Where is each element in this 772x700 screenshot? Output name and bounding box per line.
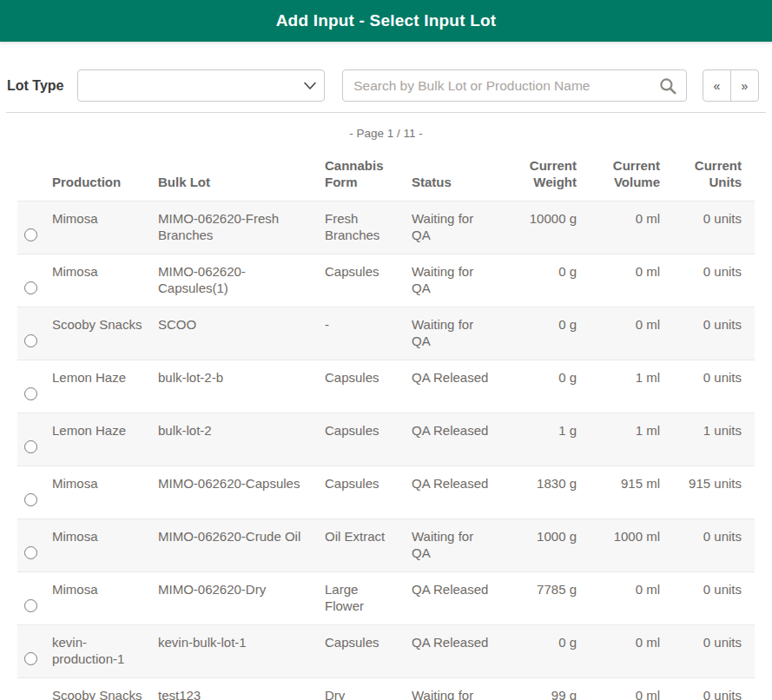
cell-bulk-lot: kevin-bulk-lot-1 bbox=[158, 625, 325, 678]
column-header-current-volume: Current Volume bbox=[590, 150, 673, 201]
table-row[interactable]: Mimosa MIMO-062620-Fresh Branches Fresh … bbox=[17, 201, 755, 254]
cell-bulk-lot: MIMO-062620-Crude Oil bbox=[158, 519, 325, 572]
cell-bulk-lot: MIMO-062620-Capsules bbox=[158, 466, 325, 519]
cell-bulk-lot: MIMO-062620-Capsules(1) bbox=[158, 254, 325, 307]
column-header-production: Production bbox=[52, 150, 158, 201]
table-row[interactable]: Scooby Snacks SCOO - Waiting for QA 0 g … bbox=[17, 307, 755, 360]
next-page-button[interactable]: » bbox=[730, 69, 759, 102]
cell-current-units: 915 units bbox=[673, 466, 755, 519]
cell-current-units: 0 units bbox=[673, 307, 755, 360]
cell-current-weight: 1000 g bbox=[507, 519, 590, 572]
lot-radio[interactable] bbox=[24, 599, 37, 612]
table-header-row: Production Bulk Lot Cannabis Form Status… bbox=[17, 150, 755, 201]
cell-cannabis-form: Capsules bbox=[325, 625, 412, 678]
lot-radio[interactable] bbox=[24, 440, 37, 453]
lot-radio-cell bbox=[17, 360, 52, 413]
cell-status: QA Released bbox=[412, 466, 507, 519]
modal-header: Add Input - Select Input Lot bbox=[0, 0, 772, 42]
cell-cannabis-form: Oil Extract bbox=[325, 519, 412, 572]
table-row[interactable]: Mimosa MIMO-062620-Crude Oil Oil Extract… bbox=[17, 519, 755, 572]
table-row[interactable]: Lemon Haze bulk-lot-2-b Capsules QA Rele… bbox=[17, 360, 755, 413]
lot-radio[interactable] bbox=[24, 334, 37, 347]
cell-current-units: 0 units bbox=[673, 201, 755, 254]
lot-radio[interactable] bbox=[24, 387, 37, 400]
cell-production: Lemon Haze bbox=[52, 413, 158, 466]
cell-current-weight: 1 g bbox=[507, 413, 590, 466]
lot-radio[interactable] bbox=[24, 281, 37, 294]
lot-type-label: Lot Type bbox=[7, 78, 63, 94]
search-input[interactable] bbox=[342, 69, 687, 102]
lot-radio-cell bbox=[17, 413, 52, 466]
cell-status: Waiting for QA bbox=[412, 201, 507, 254]
column-header-status: Status bbox=[412, 150, 507, 201]
lot-table-wrap: Production Bulk Lot Cannabis Form Status… bbox=[17, 150, 755, 700]
table-row[interactable]: Scooby Snacks test123 Dry Branches Waiti… bbox=[17, 678, 755, 700]
lot-type-select[interactable] bbox=[77, 69, 325, 102]
cell-current-weight: 0 g bbox=[507, 254, 590, 307]
cell-current-weight: 0 g bbox=[507, 307, 590, 360]
cell-current-volume: 0 ml bbox=[590, 572, 673, 625]
cell-production: Mimosa bbox=[52, 254, 158, 307]
cell-production: Mimosa bbox=[52, 519, 158, 572]
cell-current-volume: 1 ml bbox=[590, 360, 673, 413]
cell-status: QA Released bbox=[412, 625, 507, 678]
cell-bulk-lot: bulk-lot-2 bbox=[158, 413, 325, 466]
table-row[interactable]: Mimosa MIMO-062620-Dry Large Flower QA R… bbox=[17, 572, 755, 625]
lot-table-body: Mimosa MIMO-062620-Fresh Branches Fresh … bbox=[17, 201, 755, 700]
cell-production: Mimosa bbox=[52, 201, 158, 254]
toolbar: Lot Type « » bbox=[0, 69, 772, 102]
cell-current-units: 1 units bbox=[673, 413, 755, 466]
lot-radio[interactable] bbox=[24, 228, 37, 241]
search-icon bbox=[659, 77, 676, 95]
cell-production: Lemon Haze bbox=[52, 360, 158, 413]
lot-radio[interactable] bbox=[24, 652, 37, 665]
cell-current-volume: 915 ml bbox=[590, 466, 673, 519]
cell-production: Mimosa bbox=[52, 572, 158, 625]
cell-current-units: 0 units bbox=[673, 572, 755, 625]
cell-current-volume: 0 ml bbox=[590, 625, 673, 678]
cell-current-units: 0 units bbox=[673, 254, 755, 307]
lot-table: Production Bulk Lot Cannabis Form Status… bbox=[17, 150, 755, 700]
cell-cannabis-form: Capsules bbox=[325, 360, 412, 413]
lot-type-select-wrap bbox=[77, 69, 325, 102]
cell-current-units: 0 units bbox=[673, 519, 755, 572]
table-row[interactable]: Mimosa MIMO-062620-Capsules Capsules QA … bbox=[17, 466, 755, 519]
cell-current-units: 0 units bbox=[673, 360, 755, 413]
cell-current-weight: 1830 g bbox=[507, 466, 590, 519]
toolbar-divider bbox=[6, 112, 766, 113]
cell-current-weight: 99 g bbox=[507, 678, 590, 700]
cell-cannabis-form: Dry Branches bbox=[325, 678, 412, 700]
column-header-current-units: Current Units bbox=[673, 150, 755, 201]
page-indicator: - Page 1 / 11 - bbox=[0, 127, 772, 140]
column-header-select bbox=[17, 150, 52, 201]
cell-status: Waiting for QA bbox=[412, 307, 507, 360]
previous-page-button[interactable]: « bbox=[703, 69, 731, 102]
cell-current-weight: 7785 g bbox=[507, 572, 590, 625]
table-row[interactable]: kevin- production-1 kevin-bulk-lot-1 Cap… bbox=[17, 625, 755, 678]
cell-current-volume: 0 ml bbox=[590, 678, 673, 700]
lot-radio[interactable] bbox=[24, 493, 37, 506]
cell-bulk-lot: SCOO bbox=[158, 307, 325, 360]
cell-current-weight: 0 g bbox=[507, 625, 590, 678]
table-row[interactable]: Lemon Haze bulk-lot-2 Capsules QA Releas… bbox=[17, 413, 755, 466]
lot-radio-cell bbox=[17, 572, 52, 625]
lot-radio-cell bbox=[17, 307, 52, 360]
cell-bulk-lot: test123 bbox=[158, 678, 325, 700]
cell-production: Scooby Snacks bbox=[52, 307, 158, 360]
column-header-current-weight: Current Weight bbox=[507, 150, 590, 201]
cell-bulk-lot: bulk-lot-2-b bbox=[158, 360, 325, 413]
lot-radio-cell bbox=[17, 201, 52, 254]
lot-radio[interactable] bbox=[24, 546, 37, 559]
table-row[interactable]: Mimosa MIMO-062620-Capsules(1) Capsules … bbox=[17, 254, 755, 307]
cell-status: Waiting for QA bbox=[412, 519, 507, 572]
search-wrap bbox=[342, 69, 687, 102]
cell-current-units: 0 units bbox=[673, 625, 755, 678]
cell-cannabis-form: Capsules bbox=[325, 466, 412, 519]
lot-radio-cell bbox=[17, 466, 52, 519]
cell-cannabis-form: - bbox=[325, 307, 412, 360]
cell-cannabis-form: Large Flower bbox=[325, 572, 412, 625]
cell-status: Waiting for QA bbox=[412, 678, 507, 700]
cell-production: kevin- production-1 bbox=[52, 625, 158, 678]
cell-cannabis-form: Fresh Branches bbox=[325, 201, 412, 254]
cell-current-volume: 1 ml bbox=[590, 413, 673, 466]
